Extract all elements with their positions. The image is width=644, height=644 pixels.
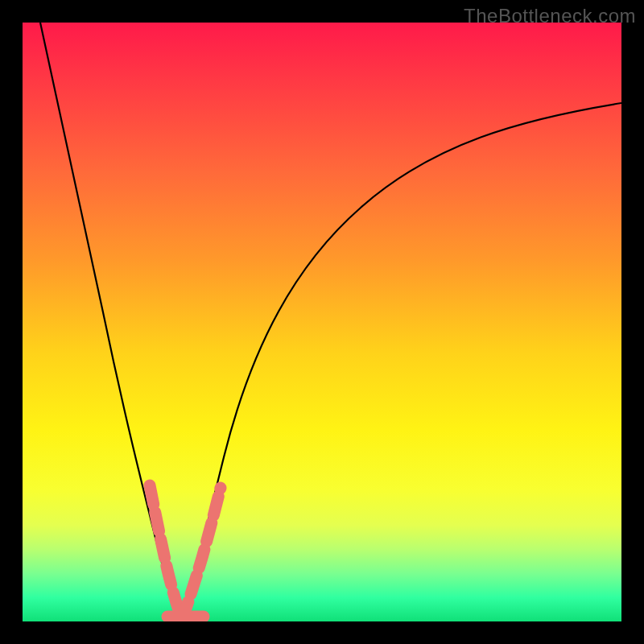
chart-svg (23, 23, 621, 621)
right-curve (182, 103, 621, 621)
chart-plot-area (23, 23, 621, 621)
trough-highlight-left (150, 485, 182, 620)
watermark-text: TheBottleneck.com (464, 5, 636, 27)
trough-highlight-right (182, 488, 221, 620)
